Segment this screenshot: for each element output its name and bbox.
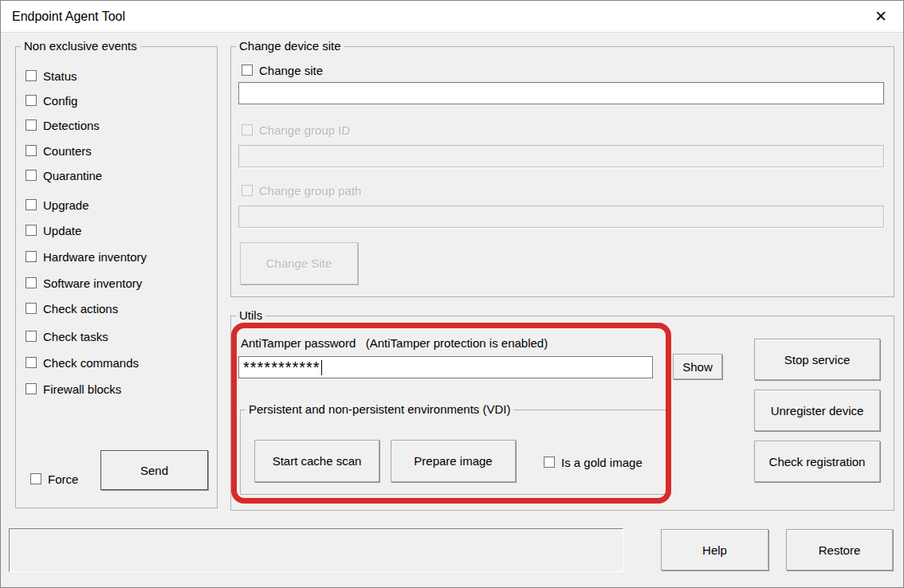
force-checkbox[interactable]: [30, 473, 41, 484]
checkbox[interactable]: [26, 145, 37, 156]
checkbox[interactable]: [26, 120, 37, 131]
checkbox[interactable]: [26, 331, 37, 342]
gold-image-checkbox[interactable]: [544, 457, 555, 468]
change-group-id-checkbox[interactable]: [242, 124, 253, 135]
text-caret: [321, 360, 322, 375]
prepare-image-button[interactable]: Prepare image: [391, 440, 516, 482]
event-checkbox-row-7[interactable]: Hardware inventory: [26, 247, 147, 266]
event-checkbox-row-6[interactable]: Update: [26, 221, 81, 240]
help-button[interactable]: Help: [661, 529, 768, 570]
group-label-vdi: Persistent and non-persistent environmen…: [246, 402, 513, 416]
event-checkbox-label[interactable]: Check tasks: [43, 330, 108, 343]
check-registration-button[interactable]: Check registration: [754, 441, 880, 482]
event-checkbox-row-10[interactable]: Check tasks: [26, 327, 108, 346]
restore-button[interactable]: Restore: [786, 529, 893, 570]
start-cache-scan-button[interactable]: Start cache scan: [254, 440, 379, 482]
checkbox[interactable]: [26, 95, 37, 106]
event-checkbox-label[interactable]: Status: [43, 69, 77, 83]
checkbox[interactable]: [26, 170, 37, 181]
event-checkbox-label[interactable]: Firewall blocks: [43, 382, 121, 396]
title-bar: Endpoint Agent Tool ✕: [1, 1, 903, 33]
group-label-change-device-site: Change device site: [236, 39, 344, 53]
password-masked-value: ***********: [243, 357, 320, 378]
event-checkbox-row-11[interactable]: Check commands: [26, 353, 139, 372]
checkbox[interactable]: [26, 199, 37, 210]
checkbox[interactable]: [26, 251, 37, 262]
change-group-path-checkbox[interactable]: [242, 185, 253, 196]
change-site-checkbox[interactable]: [242, 65, 253, 76]
stop-service-button[interactable]: Stop service: [754, 339, 880, 380]
event-checkbox-label[interactable]: Detections: [43, 119, 100, 132]
force-label[interactable]: Force: [48, 472, 78, 486]
checkbox[interactable]: [26, 303, 37, 314]
group-label-utils: Utils: [236, 308, 265, 322]
window-title: Endpoint Agent Tool: [12, 1, 125, 33]
event-checkbox-label[interactable]: Software inventory: [43, 276, 142, 290]
antitamper-label: AntiTamper password (AntiTamper protecti…: [241, 336, 548, 350]
change-site-button: Change Site: [240, 242, 358, 284]
event-checkbox-label[interactable]: Quarantine: [43, 169, 102, 182]
event-checkbox-label[interactable]: Counters: [43, 144, 92, 158]
event-checkbox-label[interactable]: Update: [43, 224, 81, 237]
event-checkbox-label[interactable]: Check actions: [43, 302, 118, 316]
event-checkbox-row-5[interactable]: Upgrade: [26, 195, 89, 214]
force-checkbox-row[interactable]: Force: [30, 469, 78, 488]
group-path-input: [238, 206, 884, 228]
antitamper-password-input[interactable]: ***********: [238, 356, 653, 378]
unregister-device-button[interactable]: Unregister device: [754, 390, 880, 431]
checkbox[interactable]: [26, 70, 37, 81]
change-group-path-checkbox-row[interactable]: Change group path: [242, 181, 361, 200]
checkbox[interactable]: [26, 357, 37, 368]
show-password-button[interactable]: Show: [673, 354, 722, 379]
event-checkbox-row-9[interactable]: Check actions: [26, 299, 118, 318]
gold-image-checkbox-row[interactable]: Is a gold image: [544, 453, 643, 472]
event-checkbox-row-1[interactable]: Config: [26, 91, 77, 110]
event-checkbox-label[interactable]: Upgrade: [43, 198, 89, 212]
change-site-checkbox-row[interactable]: Change site: [242, 61, 323, 80]
event-checkbox-label[interactable]: Check commands: [43, 356, 139, 370]
change-group-path-label: Change group path: [259, 184, 361, 198]
checkbox[interactable]: [26, 277, 37, 288]
event-checkbox-label[interactable]: Config: [43, 94, 77, 108]
checkbox[interactable]: [26, 383, 37, 394]
event-checkbox-row-2[interactable]: Detections: [26, 116, 100, 135]
event-checkbox-row-8[interactable]: Software inventory: [26, 273, 142, 292]
close-icon[interactable]: ✕: [867, 1, 895, 33]
group-id-input: [238, 145, 884, 167]
event-checkbox-row-4[interactable]: Quarantine: [26, 166, 102, 185]
change-site-label[interactable]: Change site: [259, 64, 323, 77]
event-checkbox-row-0[interactable]: Status: [26, 66, 77, 85]
site-input[interactable]: [238, 82, 884, 104]
event-checkbox-row-3[interactable]: Counters: [26, 141, 92, 160]
gold-image-label[interactable]: Is a gold image: [561, 456, 643, 469]
status-output-panel: [9, 528, 623, 572]
change-group-id-label: Change group ID: [259, 123, 350, 137]
dialog-window: Endpoint Agent Tool ✕ Non exclusive even…: [0, 0, 904, 588]
event-checkbox-row-12[interactable]: Firewall blocks: [26, 379, 121, 398]
send-button[interactable]: Send: [100, 450, 208, 490]
checkbox[interactable]: [26, 225, 37, 236]
group-label-events: Non exclusive events: [21, 39, 140, 53]
change-group-id-checkbox-row[interactable]: Change group ID: [242, 120, 350, 139]
event-checkbox-label[interactable]: Hardware inventory: [43, 250, 147, 264]
